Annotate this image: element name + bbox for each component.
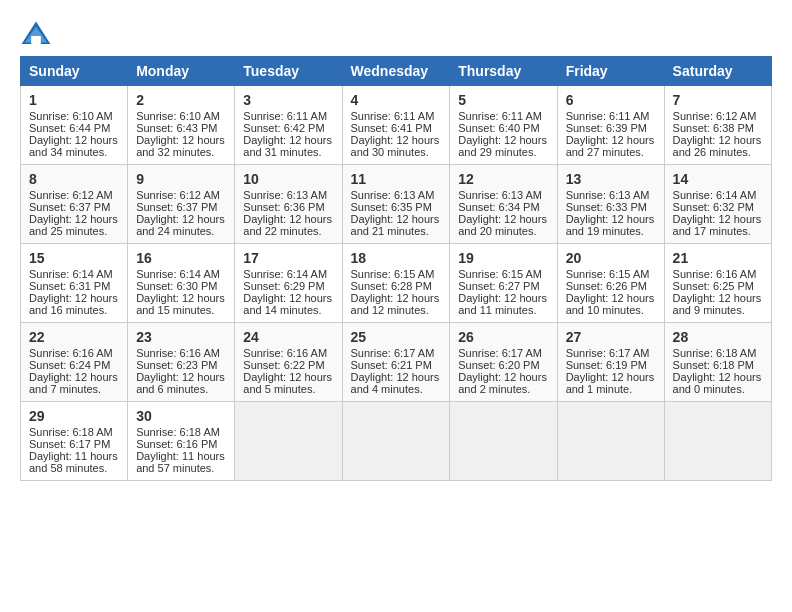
- day-number: 17: [243, 250, 333, 266]
- calendar-week-row: 8Sunrise: 6:12 AMSunset: 6:37 PMDaylight…: [21, 165, 772, 244]
- calendar-day-cell: 22Sunrise: 6:16 AMSunset: 6:24 PMDayligh…: [21, 323, 128, 402]
- sunset-text: Sunset: 6:31 PM: [29, 280, 119, 292]
- daylight-text: Daylight: 12 hours and 6 minutes.: [136, 371, 226, 395]
- calendar-day-cell: 10Sunrise: 6:13 AMSunset: 6:36 PMDayligh…: [235, 165, 342, 244]
- day-number: 8: [29, 171, 119, 187]
- day-number: 15: [29, 250, 119, 266]
- generalblue-logo-icon: [20, 20, 52, 48]
- calendar-day-cell: 30Sunrise: 6:18 AMSunset: 6:16 PMDayligh…: [128, 402, 235, 481]
- sunset-text: Sunset: 6:30 PM: [136, 280, 226, 292]
- sunrise-text: Sunrise: 6:11 AM: [243, 110, 333, 122]
- calendar-day-cell: 25Sunrise: 6:17 AMSunset: 6:21 PMDayligh…: [342, 323, 450, 402]
- day-number: 11: [351, 171, 442, 187]
- sunrise-text: Sunrise: 6:10 AM: [136, 110, 226, 122]
- daylight-text: Daylight: 12 hours and 27 minutes.: [566, 134, 656, 158]
- calendar-day-cell: 27Sunrise: 6:17 AMSunset: 6:19 PMDayligh…: [557, 323, 664, 402]
- sunset-text: Sunset: 6:25 PM: [673, 280, 763, 292]
- sunrise-text: Sunrise: 6:12 AM: [673, 110, 763, 122]
- sunset-text: Sunset: 6:36 PM: [243, 201, 333, 213]
- sunrise-text: Sunrise: 6:18 AM: [673, 347, 763, 359]
- calendar-day-cell: [557, 402, 664, 481]
- daylight-text: Daylight: 12 hours and 22 minutes.: [243, 213, 333, 237]
- calendar-week-row: 29Sunrise: 6:18 AMSunset: 6:17 PMDayligh…: [21, 402, 772, 481]
- day-number: 9: [136, 171, 226, 187]
- calendar-header-saturday: Saturday: [664, 57, 771, 86]
- daylight-text: Daylight: 12 hours and 9 minutes.: [673, 292, 763, 316]
- sunrise-text: Sunrise: 6:10 AM: [29, 110, 119, 122]
- sunrise-text: Sunrise: 6:15 AM: [566, 268, 656, 280]
- sunset-text: Sunset: 6:38 PM: [673, 122, 763, 134]
- day-number: 3: [243, 92, 333, 108]
- calendar-day-cell: 29Sunrise: 6:18 AMSunset: 6:17 PMDayligh…: [21, 402, 128, 481]
- sunrise-text: Sunrise: 6:15 AM: [458, 268, 548, 280]
- sunset-text: Sunset: 6:18 PM: [673, 359, 763, 371]
- sunset-text: Sunset: 6:44 PM: [29, 122, 119, 134]
- sunset-text: Sunset: 6:41 PM: [351, 122, 442, 134]
- svg-rect-2: [31, 36, 41, 44]
- sunset-text: Sunset: 6:43 PM: [136, 122, 226, 134]
- day-number: 4: [351, 92, 442, 108]
- calendar-day-cell: 8Sunrise: 6:12 AMSunset: 6:37 PMDaylight…: [21, 165, 128, 244]
- daylight-text: Daylight: 12 hours and 12 minutes.: [351, 292, 442, 316]
- daylight-text: Daylight: 12 hours and 4 minutes.: [351, 371, 442, 395]
- day-number: 24: [243, 329, 333, 345]
- calendar-day-cell: 5Sunrise: 6:11 AMSunset: 6:40 PMDaylight…: [450, 86, 557, 165]
- daylight-text: Daylight: 12 hours and 10 minutes.: [566, 292, 656, 316]
- sunset-text: Sunset: 6:37 PM: [29, 201, 119, 213]
- daylight-text: Daylight: 12 hours and 26 minutes.: [673, 134, 763, 158]
- sunrise-text: Sunrise: 6:17 AM: [566, 347, 656, 359]
- sunrise-text: Sunrise: 6:15 AM: [351, 268, 442, 280]
- calendar-day-cell: 9Sunrise: 6:12 AMSunset: 6:37 PMDaylight…: [128, 165, 235, 244]
- sunset-text: Sunset: 6:37 PM: [136, 201, 226, 213]
- sunrise-text: Sunrise: 6:13 AM: [243, 189, 333, 201]
- sunrise-text: Sunrise: 6:16 AM: [136, 347, 226, 359]
- day-number: 21: [673, 250, 763, 266]
- calendar-day-cell: 2Sunrise: 6:10 AMSunset: 6:43 PMDaylight…: [128, 86, 235, 165]
- day-number: 27: [566, 329, 656, 345]
- calendar-header-friday: Friday: [557, 57, 664, 86]
- day-number: 19: [458, 250, 548, 266]
- calendar-header-thursday: Thursday: [450, 57, 557, 86]
- sunset-text: Sunset: 6:34 PM: [458, 201, 548, 213]
- calendar-day-cell: 24Sunrise: 6:16 AMSunset: 6:22 PMDayligh…: [235, 323, 342, 402]
- sunrise-text: Sunrise: 6:16 AM: [243, 347, 333, 359]
- calendar-day-cell: 12Sunrise: 6:13 AMSunset: 6:34 PMDayligh…: [450, 165, 557, 244]
- daylight-text: Daylight: 12 hours and 16 minutes.: [29, 292, 119, 316]
- sunrise-text: Sunrise: 6:18 AM: [136, 426, 226, 438]
- daylight-text: Daylight: 12 hours and 32 minutes.: [136, 134, 226, 158]
- sunrise-text: Sunrise: 6:13 AM: [458, 189, 548, 201]
- daylight-text: Daylight: 12 hours and 0 minutes.: [673, 371, 763, 395]
- sunset-text: Sunset: 6:20 PM: [458, 359, 548, 371]
- sunrise-text: Sunrise: 6:11 AM: [458, 110, 548, 122]
- daylight-text: Daylight: 12 hours and 5 minutes.: [243, 371, 333, 395]
- sunset-text: Sunset: 6:29 PM: [243, 280, 333, 292]
- day-number: 25: [351, 329, 442, 345]
- calendar-day-cell: 14Sunrise: 6:14 AMSunset: 6:32 PMDayligh…: [664, 165, 771, 244]
- daylight-text: Daylight: 12 hours and 20 minutes.: [458, 213, 548, 237]
- sunrise-text: Sunrise: 6:16 AM: [29, 347, 119, 359]
- day-number: 26: [458, 329, 548, 345]
- sunset-text: Sunset: 6:16 PM: [136, 438, 226, 450]
- calendar-header-row: SundayMondayTuesdayWednesdayThursdayFrid…: [21, 57, 772, 86]
- daylight-text: Daylight: 12 hours and 31 minutes.: [243, 134, 333, 158]
- calendar-header-wednesday: Wednesday: [342, 57, 450, 86]
- daylight-text: Daylight: 12 hours and 25 minutes.: [29, 213, 119, 237]
- calendar-day-cell: 13Sunrise: 6:13 AMSunset: 6:33 PMDayligh…: [557, 165, 664, 244]
- sunset-text: Sunset: 6:39 PM: [566, 122, 656, 134]
- sunset-text: Sunset: 6:42 PM: [243, 122, 333, 134]
- day-number: 1: [29, 92, 119, 108]
- calendar-day-cell: 20Sunrise: 6:15 AMSunset: 6:26 PMDayligh…: [557, 244, 664, 323]
- sunrise-text: Sunrise: 6:18 AM: [29, 426, 119, 438]
- daylight-text: Daylight: 12 hours and 7 minutes.: [29, 371, 119, 395]
- sunrise-text: Sunrise: 6:17 AM: [458, 347, 548, 359]
- calendar-day-cell: 21Sunrise: 6:16 AMSunset: 6:25 PMDayligh…: [664, 244, 771, 323]
- calendar-header-sunday: Sunday: [21, 57, 128, 86]
- daylight-text: Daylight: 12 hours and 17 minutes.: [673, 213, 763, 237]
- day-number: 16: [136, 250, 226, 266]
- daylight-text: Daylight: 12 hours and 34 minutes.: [29, 134, 119, 158]
- sunrise-text: Sunrise: 6:14 AM: [673, 189, 763, 201]
- day-number: 29: [29, 408, 119, 424]
- sunrise-text: Sunrise: 6:11 AM: [566, 110, 656, 122]
- sunset-text: Sunset: 6:32 PM: [673, 201, 763, 213]
- day-number: 23: [136, 329, 226, 345]
